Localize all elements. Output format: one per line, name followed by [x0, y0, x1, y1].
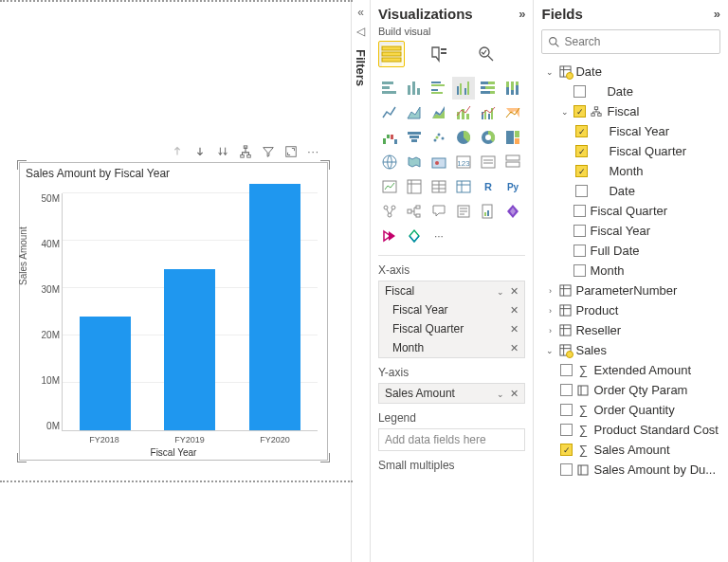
filter-triangle-icon[interactable]: ◁ — [356, 25, 365, 38]
hierarchy-fiscal[interactable]: ⌄Fiscal — [541, 101, 720, 121]
field-month-2[interactable]: Month — [541, 261, 720, 281]
remove-field-icon[interactable]: ✕ — [510, 304, 519, 317]
resize-handle[interactable] — [320, 160, 330, 170]
field-sales-amount-by-due[interactable]: Sales Amount by Du... — [541, 460, 720, 480]
line-clustered-column-icon[interactable] — [477, 101, 500, 124]
filters-collapsed-rail[interactable]: « ◁ Filters — [351, 0, 370, 562]
expand-all-icon[interactable] — [215, 144, 229, 158]
azure-map-icon[interactable] — [428, 151, 450, 173]
key-influencers-icon[interactable] — [378, 200, 401, 223]
checkbox[interactable] — [573, 264, 586, 277]
power-apps-icon[interactable] — [501, 200, 524, 223]
gauge-icon[interactable]: 123 — [452, 151, 475, 173]
stacked-bar-icon[interactable] — [378, 77, 401, 100]
field-full-date[interactable]: Full Date — [541, 241, 720, 261]
field-fiscal-year[interactable]: Fiscal Year — [541, 121, 720, 141]
smart-narrative-icon[interactable] — [452, 200, 475, 223]
checkbox[interactable] — [575, 145, 588, 157]
checkbox[interactable] — [575, 125, 588, 137]
paginated-report-icon[interactable] — [477, 200, 500, 223]
field-order-quantity[interactable]: ∑Order Quantity — [541, 400, 720, 420]
line-stacked-column-icon[interactable] — [452, 101, 475, 124]
card-icon[interactable] — [477, 151, 500, 173]
filter-icon[interactable] — [261, 144, 275, 158]
stacked-column-100-icon[interactable] — [501, 77, 524, 100]
collapse-pane-icon[interactable]: » — [519, 7, 525, 21]
field-fiscal-month[interactable]: Month — [541, 161, 720, 181]
scatter-icon[interactable] — [428, 126, 450, 149]
collapse-pane-icon[interactable]: » — [714, 7, 720, 21]
more-options-icon[interactable]: ··· — [306, 144, 320, 158]
bar-fy2020[interactable] — [249, 184, 300, 430]
checkbox[interactable] — [560, 384, 573, 396]
resize-handle[interactable] — [17, 160, 27, 170]
checkbox[interactable] — [560, 444, 573, 456]
hierarchy-icon[interactable] — [238, 144, 252, 158]
bar-fy2018[interactable] — [80, 317, 131, 430]
ribbon-chart-icon[interactable] — [501, 101, 524, 124]
yaxis-well[interactable]: Sales Amount⌄✕ — [378, 383, 526, 404]
get-more-visuals-icon[interactable] — [403, 225, 426, 247]
field-product-standard-cost[interactable]: ∑Product Standard Cost — [541, 420, 720, 440]
more-visuals-icon[interactable]: ··· — [428, 225, 450, 247]
focus-mode-icon[interactable] — [283, 144, 298, 158]
filled-map-icon[interactable] — [403, 151, 426, 173]
format-visual-tab[interactable] — [426, 41, 452, 67]
field-order-qty-param[interactable]: Order Qty Param — [541, 380, 720, 400]
slicer-icon[interactable] — [403, 175, 426, 198]
clustered-bar-icon[interactable] — [428, 77, 450, 100]
qa-visual-icon[interactable] — [428, 200, 450, 223]
chevron-down-icon[interactable]: ⌄ — [497, 390, 504, 399]
map-icon[interactable] — [378, 151, 401, 173]
checkbox[interactable] — [573, 205, 586, 217]
bar-fy2019[interactable] — [164, 269, 215, 430]
checkbox[interactable] — [560, 404, 573, 416]
r-visual-icon[interactable]: R — [477, 175, 500, 198]
multi-row-card-icon[interactable] — [501, 151, 524, 173]
decomposition-tree-icon[interactable] — [403, 200, 426, 223]
table-reseller[interactable]: ›Reseller — [541, 320, 720, 340]
donut-icon[interactable] — [477, 126, 500, 149]
matrix-icon[interactable] — [452, 175, 475, 198]
area-chart-icon[interactable] — [403, 101, 426, 124]
field-fiscal-date[interactable]: Date — [541, 181, 720, 201]
search-input[interactable] — [564, 35, 714, 48]
field-fiscal-year-2[interactable]: Fiscal Year — [541, 221, 720, 241]
remove-field-icon[interactable]: ✕ — [510, 342, 519, 354]
line-chart-icon[interactable] — [378, 101, 401, 124]
checkbox[interactable] — [575, 165, 588, 177]
build-visual-tab[interactable] — [378, 41, 405, 67]
checkbox[interactable] — [573, 85, 586, 98]
chevron-down-icon[interactable]: ⌄ — [497, 287, 504, 297]
field-extended-amount[interactable]: ∑Extended Amount — [541, 360, 720, 380]
checkbox[interactable] — [560, 463, 573, 476]
treemap-icon[interactable] — [501, 126, 524, 149]
export-up-icon[interactable] — [170, 144, 184, 158]
table-date[interactable]: ⌄Date — [541, 62, 720, 82]
report-canvas[interactable]: ··· Sales Amount by Fiscal Year Sales Am… — [0, 0, 351, 562]
table-sales[interactable]: ⌄Sales — [541, 340, 720, 360]
waterfall-icon[interactable] — [378, 126, 401, 149]
table-icon[interactable] — [428, 175, 450, 198]
remove-field-icon[interactable]: ✕ — [510, 323, 519, 335]
remove-field-icon[interactable]: ✕ — [510, 285, 519, 297]
python-visual-icon[interactable]: Py — [501, 175, 524, 198]
checkbox[interactable] — [560, 424, 573, 436]
table-product[interactable]: ›Product — [541, 300, 720, 320]
checkbox[interactable] — [575, 185, 588, 197]
kpi-icon[interactable] — [378, 175, 401, 198]
checkbox[interactable] — [560, 364, 573, 376]
table-parameter-number[interactable]: ›ParameterNumber — [541, 281, 720, 300]
stacked-column-icon[interactable] — [403, 77, 426, 100]
clustered-column-icon[interactable] — [452, 77, 475, 100]
power-automate-icon[interactable] — [378, 225, 401, 247]
stacked-area-icon[interactable] — [428, 101, 450, 124]
field-sales-amount[interactable]: ∑Sales Amount — [541, 440, 720, 460]
legend-well[interactable]: Add data fields here — [378, 428, 526, 451]
funnel-icon[interactable] — [403, 126, 426, 149]
field-fiscal-quarter-2[interactable]: Fiscal Quarter — [541, 201, 720, 221]
checkbox[interactable] — [573, 245, 586, 257]
pie-icon[interactable] — [452, 126, 475, 149]
checkbox[interactable] — [573, 225, 586, 237]
checkbox[interactable] — [573, 105, 586, 118]
